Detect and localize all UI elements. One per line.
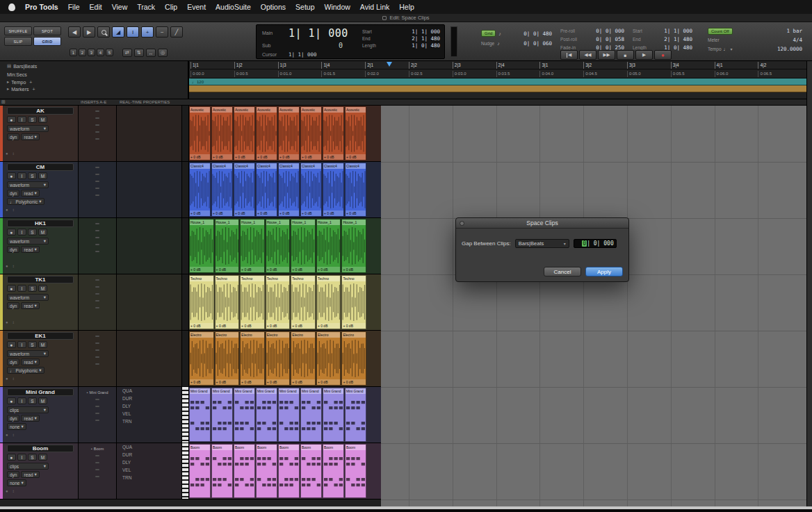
cancel-button[interactable]: Cancel (544, 267, 581, 276)
insert-slot[interactable] (95, 108, 99, 113)
track-lane[interactable]: House_1+ 0 dBHouse_1+ 0 dBHouse_1+ 0 dBH… (189, 218, 381, 274)
chevron-down-icon[interactable]: ▾ (731, 47, 733, 51)
gap-value-field[interactable]: 0 | 0| 000 (574, 239, 617, 248)
solo-button[interactable]: S (28, 397, 37, 404)
track-lane[interactable]: Electro+ 0 dBElectro+ 0 dBElectro+ 0 dBE… (189, 331, 381, 387)
solo-button[interactable]: S (28, 454, 37, 461)
mute-button[interactable]: M (38, 285, 47, 292)
record-arm-button[interactable]: ● (7, 285, 16, 292)
audio-clip[interactable]: Classic4+ 0 dB (278, 163, 300, 217)
audio-clip[interactable]: Techno+ 0 dB (291, 275, 316, 329)
bars-beats-ruler[interactable]: 1|11|21|31|42|12|22|32|43|13|23|33|44|14… (190, 61, 806, 69)
insert-slot[interactable] (95, 122, 99, 127)
midi-clip[interactable]: Boom (234, 444, 255, 498)
audio-clip[interactable]: Acoustic+ 0 dB (234, 106, 255, 160)
rtp-dly[interactable]: DLY (117, 459, 181, 466)
zoom-preset-5-button[interactable]: 5 (106, 49, 113, 56)
mute-button[interactable]: M (38, 397, 47, 404)
automation-mode-selector[interactable]: read▾ (21, 358, 39, 365)
midi-clip[interactable]: Mini Grand (323, 388, 344, 442)
zoom-preset-3-button[interactable]: 3 (88, 49, 95, 56)
audio-clip[interactable]: Acoustic+ 0 dB (256, 106, 277, 160)
menu-edit[interactable]: Edit (90, 3, 102, 11)
pencil-tool-button[interactable]: ╱ (170, 26, 183, 38)
insert-slot[interactable] (95, 397, 99, 402)
automation-mode-selector[interactable]: read▾ (21, 246, 39, 253)
midi-clip[interactable]: Boom (189, 444, 211, 498)
menu-event[interactable]: Event (187, 3, 206, 11)
insert-slot[interactable] (95, 115, 99, 120)
dialog-titlebar[interactable]: Space Clips (456, 218, 628, 229)
rtp-vel[interactable]: VEL (117, 466, 181, 474)
dyn-button[interactable]: dyn (7, 133, 19, 140)
insert-slot[interactable] (95, 221, 99, 226)
dyn-button[interactable]: dyn (7, 358, 19, 365)
zoom-preset-1-button[interactable]: 1 (70, 49, 77, 56)
mute-button[interactable]: M (38, 341, 47, 348)
insert-slot[interactable] (95, 129, 99, 134)
insert-slot[interactable] (95, 305, 99, 310)
solo-button[interactable]: S (28, 285, 37, 292)
audio-clip[interactable]: Acoustic+ 0 dB (300, 106, 322, 160)
apple-menu-icon[interactable] (8, 3, 15, 11)
audio-clip[interactable]: Electro+ 0 dB (189, 331, 214, 386)
post-roll-value[interactable]: 0| 0| 058 (596, 36, 624, 42)
audio-clip[interactable]: Classic4+ 0 dB (256, 163, 277, 217)
record-arm-button[interactable]: ● (7, 116, 16, 123)
track-lane[interactable]: BoomBoomBoomBoomBoomBoomBoomBoom (189, 443, 381, 499)
track-name[interactable]: Boom (7, 445, 74, 452)
automation-mode-selector[interactable]: read▾ (21, 190, 39, 197)
insert-slot[interactable] (95, 136, 99, 141)
insert-slot[interactable] (95, 460, 99, 465)
record-button[interactable]: ● (654, 50, 672, 60)
insert-slot[interactable] (95, 340, 99, 345)
automation-mode-selector[interactable]: read▾ (21, 133, 39, 140)
insert-slot[interactable] (95, 361, 99, 366)
track-view-selector[interactable]: waveform▾ (7, 238, 49, 245)
playhead-marker[interactable] (387, 62, 392, 67)
scrubber-tool-button[interactable]: ~ (156, 26, 168, 38)
insert-slot[interactable] (95, 284, 99, 289)
track-name[interactable]: Mini Grand (7, 388, 74, 396)
insert-slot[interactable] (95, 172, 99, 176)
track-view-selector[interactable]: clips▾ (7, 463, 49, 470)
insert-slot[interactable] (95, 277, 99, 282)
insert-slot[interactable]: •Mini Grand (86, 390, 108, 395)
mute-button[interactable]: M (38, 172, 47, 179)
audio-clip[interactable]: Electro+ 0 dB (240, 331, 265, 386)
track-lane[interactable]: Acoustic+ 0 dBAcoustic+ 0 dBAcoustic+ 0 … (189, 106, 381, 162)
track-view-selector[interactable]: waveform▾ (7, 294, 49, 301)
dialog-close-button[interactable] (460, 221, 464, 226)
midi-clip[interactable]: Mini Grand (300, 388, 322, 442)
count-off-value[interactable]: 1 bar (786, 28, 802, 34)
insert-slot[interactable] (95, 249, 99, 254)
apply-button[interactable]: Apply (585, 267, 623, 276)
track-name[interactable]: TK1 (7, 276, 74, 283)
track-lane[interactable]: Techno+ 0 dBTechno+ 0 dBTechno+ 0 dBTech… (189, 274, 381, 331)
menu-audiosuite[interactable]: AudioSuite (216, 3, 251, 11)
zoom-in-button[interactable]: ▶ (83, 26, 95, 38)
solo-button[interactable]: S (28, 172, 37, 179)
audio-clip[interactable]: Techno+ 0 dB (266, 275, 291, 329)
audio-clip[interactable]: Classic4+ 0 dB (211, 163, 233, 217)
elastic-audio-selector[interactable]: ♩Polyphonic▾ (7, 198, 44, 205)
rtp-dur[interactable]: DUR (117, 395, 181, 402)
input-monitor-button[interactable]: I (17, 285, 26, 292)
menu-avid-link[interactable]: Avid Link (360, 3, 389, 11)
input-monitor-button[interactable]: I (17, 172, 26, 179)
audio-clip[interactable]: House_1+ 0 dB (266, 219, 291, 273)
insert-slot[interactable] (95, 165, 99, 170)
count-off-button[interactable]: Count Off (708, 28, 733, 35)
midi-clip[interactable]: Mini Grand (345, 388, 366, 442)
insert-slot[interactable] (95, 404, 99, 408)
track-view-selector[interactable]: waveform▾ (7, 350, 49, 357)
audio-clip[interactable]: House_1+ 0 dB (215, 219, 240, 273)
audio-clip[interactable]: Acoustic+ 0 dB (211, 106, 233, 160)
input-monitor-button[interactable]: I (17, 454, 26, 461)
grid-value[interactable]: 0| 0| 480 (523, 31, 552, 37)
track-name[interactable]: CM (7, 163, 74, 171)
audio-clip[interactable]: Classic4+ 0 dB (300, 163, 322, 217)
menu-file[interactable]: File (68, 3, 80, 11)
menu-setup[interactable]: Setup (295, 3, 314, 11)
menu-app-name[interactable]: Pro Tools (25, 3, 58, 11)
